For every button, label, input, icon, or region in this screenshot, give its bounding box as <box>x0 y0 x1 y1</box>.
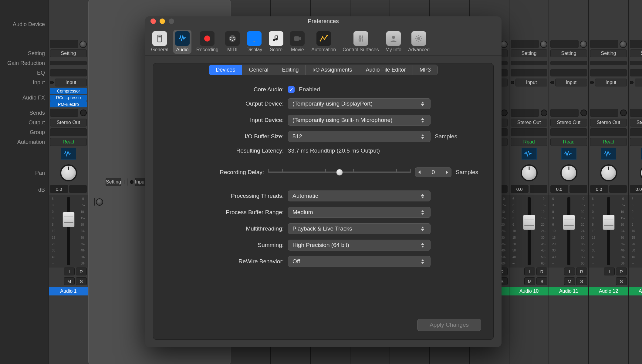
setting-slot[interactable]: Setting <box>106 178 121 186</box>
pan-knob[interactable] <box>640 164 642 181</box>
channel-name[interactable]: Audio 11 <box>549 287 588 295</box>
prefs-tab-recording[interactable]: Recording <box>194 30 220 54</box>
db-value[interactable]: 0.0 <box>550 185 568 193</box>
prefs-subtab-mp3[interactable]: MP3 <box>413 65 438 75</box>
automation-mode[interactable]: Read <box>511 138 547 146</box>
eq-slot[interactable] <box>550 69 587 76</box>
setting-slot[interactable]: Setting <box>630 49 642 57</box>
fader[interactable]: 60-35-010-315-620-1024-1530-2035-3040-40… <box>509 195 549 268</box>
db-value[interactable]: 0.0 <box>50 185 68 193</box>
pan-knob[interactable] <box>521 164 538 181</box>
gain-knob[interactable] <box>540 41 547 48</box>
solo-button[interactable]: S <box>76 277 87 285</box>
pan-knob[interactable] <box>560 164 577 181</box>
setting-slot[interactable]: Setting <box>550 49 587 57</box>
fader[interactable]: 60-35-010-315-620-1024-1530-2035-3040-40… <box>549 195 588 268</box>
group-slot[interactable] <box>590 128 627 136</box>
buffer-size-select[interactable]: 512 <box>288 131 431 142</box>
audio-fx-slot[interactable] <box>589 87 628 108</box>
automation-mode[interactable]: Read <box>50 138 87 146</box>
recording-delay-value[interactable]: 0 <box>415 167 451 177</box>
send-knob[interactable] <box>620 110 627 116</box>
db-value[interactable]: 0.0 <box>511 185 529 193</box>
core-audio-checkbox[interactable]: ✓ <box>288 86 295 93</box>
db-value[interactable]: 0.0 <box>630 185 642 193</box>
send-slot[interactable] <box>590 109 618 117</box>
send-knob[interactable] <box>80 110 87 116</box>
audio-fx-slot[interactable] <box>509 87 549 108</box>
input-slot[interactable]: Input <box>135 178 146 186</box>
eq-slot[interactable] <box>511 69 547 76</box>
solo-button[interactable]: S <box>576 277 587 285</box>
recording-delay-slider[interactable] <box>268 169 411 176</box>
fader[interactable]: 60-35-010-315-620-1024-1530-2035-3040-40… <box>589 195 628 268</box>
prefs-tab-automation[interactable]: Automation <box>309 30 338 54</box>
output-slot[interactable]: Stereo Out <box>630 119 642 126</box>
group-slot[interactable] <box>550 128 587 136</box>
prefs-subtab-editing[interactable]: Editing <box>275 65 305 75</box>
rewire-select[interactable]: Off <box>288 256 431 267</box>
prefs-tab-my-info[interactable]: My Info <box>384 30 403 54</box>
group-slot[interactable] <box>50 128 87 136</box>
prefs-tab-movie[interactable]: Movie <box>288 30 306 54</box>
send-knob[interactable] <box>541 110 547 116</box>
input-monitor-button[interactable]: I <box>564 268 575 275</box>
mute-button[interactable]: M <box>524 277 535 285</box>
input-slot[interactable]: Input <box>515 79 547 86</box>
output-slot[interactable]: Stereo Out <box>511 119 547 126</box>
group-slot[interactable] <box>630 128 642 136</box>
audio-fx-slot[interactable]: CompressorRCo...pressoPM-Electro <box>49 87 88 108</box>
gain-knob[interactable] <box>79 41 87 48</box>
channel-name[interactable]: Audio 1 <box>49 287 88 295</box>
channel-name[interactable]: Audio 10 <box>509 287 549 295</box>
send-slot[interactable] <box>50 109 78 117</box>
waveform-icon[interactable] <box>522 148 537 160</box>
input-slot[interactable]: Input <box>55 79 87 86</box>
fader[interactable]: 60-35-010-315-620-1024-1530-2035-3040-40… <box>629 195 642 268</box>
output-slot[interactable]: Stereo Out <box>50 119 87 126</box>
prefs-subtab-i-o-assignments[interactable]: I/O Assignments <box>305 65 359 75</box>
send-slot[interactable] <box>630 109 642 117</box>
record-arm-button[interactable]: R <box>616 268 627 275</box>
apply-changes-button[interactable]: Apply Changes <box>417 319 481 331</box>
summing-select[interactable]: High Precision (64 bit) <box>288 240 431 251</box>
input-slot[interactable]: Input <box>555 79 587 86</box>
input-device-select[interactable]: (Temporarily using Built-in Microphone) <box>288 115 431 126</box>
input-slot[interactable]: Input <box>635 79 642 86</box>
pan-knob[interactable] <box>60 164 77 181</box>
gain-knob[interactable] <box>96 198 103 206</box>
chevron-left-icon[interactable] <box>418 170 421 174</box>
output-slot[interactable]: Stereo Out <box>590 119 627 126</box>
eq-slot[interactable] <box>50 69 87 76</box>
prefs-tab-advanced[interactable]: Advanced <box>406 30 431 54</box>
output-device-select[interactable]: (Temporarily using DisplayPort) <box>288 98 431 109</box>
pan-knob[interactable] <box>600 164 617 181</box>
prefs-subtab-audio-file-editor[interactable]: Audio File Editor <box>359 65 413 75</box>
eq-slot[interactable] <box>127 178 127 186</box>
audio-fx-slot[interactable] <box>629 87 642 108</box>
output-slot[interactable]: Stereo Out <box>550 119 587 126</box>
db-value[interactable]: 0.0 <box>590 185 608 193</box>
setting-slot[interactable]: Setting <box>50 49 87 57</box>
prefs-tab-score[interactable]: Score <box>267 30 285 54</box>
input-monitor-button[interactable]: I <box>524 268 535 275</box>
prefs-tab-general[interactable]: General <box>149 30 170 54</box>
input-monitor-button[interactable]: I <box>604 268 615 275</box>
mute-button[interactable]: M <box>64 277 75 285</box>
send-slot[interactable] <box>550 109 579 117</box>
setting-slot[interactable]: Setting <box>590 49 627 57</box>
automation-mode[interactable]: Read <box>630 138 642 146</box>
prefs-tab-midi[interactable]: MIDI <box>223 30 242 54</box>
automation-mode[interactable]: Read <box>590 138 627 146</box>
record-arm-button[interactable]: R <box>576 268 587 275</box>
process-buffer-range-select[interactable]: Medium <box>288 207 431 218</box>
prefs-tab-control-surfaces[interactable]: Control Surfaces <box>341 30 380 54</box>
record-arm-button[interactable]: R <box>76 268 87 275</box>
channel-name[interactable]: Audio 12 <box>589 287 628 295</box>
threads-select[interactable]: Automatic <box>288 190 431 201</box>
eq-slot[interactable] <box>590 69 627 76</box>
input-slot[interactable]: Input <box>595 79 627 86</box>
record-arm-button[interactable]: R <box>536 268 547 275</box>
chevron-right-icon[interactable] <box>446 170 448 174</box>
solo-button[interactable]: S <box>616 277 627 285</box>
